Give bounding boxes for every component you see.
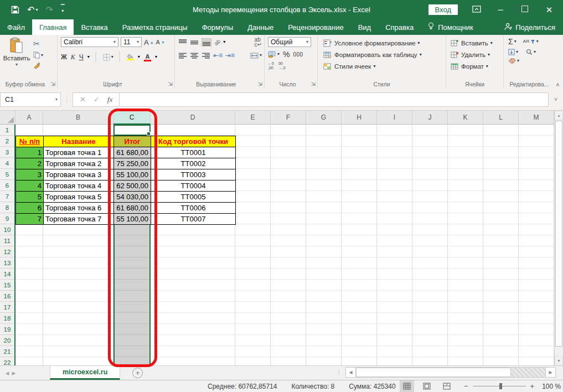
fill-down-icon[interactable]: ▾ xyxy=(508,49,518,55)
tab-рецензирование[interactable]: Рецензирование xyxy=(281,19,350,35)
orientation-caret[interactable]: ▾ xyxy=(223,40,225,44)
font-family-select[interactable]: Calibri▾ xyxy=(61,37,118,47)
number-format-select[interactable]: Общий▾ xyxy=(268,37,311,47)
format-painter-icon[interactable] xyxy=(33,62,43,69)
name-box-caret[interactable]: ▾ xyxy=(55,97,58,102)
merge-center-icon[interactable]: ▾ xyxy=(250,53,262,59)
fill-handle[interactable] xyxy=(147,132,151,136)
grid-cells-area[interactable]: № п/пНазваниеИтогКод торговой точки1Торг… xyxy=(16,125,554,365)
column-header-F[interactable]: F xyxy=(271,111,306,125)
row-header-6[interactable]: 6 xyxy=(0,180,14,191)
delete-cells-button[interactable]: Удалить▾ xyxy=(451,49,501,60)
row-header-18[interactable]: 18 xyxy=(0,313,14,324)
cell-num-row4[interactable]: 2 xyxy=(16,158,44,169)
column-header-E[interactable]: E xyxy=(235,111,271,125)
fill-color-icon[interactable] xyxy=(127,54,134,60)
cell-num-row9[interactable]: 7 xyxy=(16,214,44,225)
autosum-icon[interactable]: Σ▾ xyxy=(508,37,516,46)
table-header-code[interactable]: Код торговой точки xyxy=(151,136,236,147)
column-header-L[interactable]: L xyxy=(483,111,519,125)
cell-name-row5[interactable]: Торговая точка 3 xyxy=(44,169,114,180)
tab-главная[interactable]: Главная xyxy=(32,19,74,35)
column-header-H[interactable]: H xyxy=(342,111,377,125)
copy-icon[interactable]: ▾ xyxy=(33,51,43,59)
expand-formula-bar-icon[interactable]: ˅ xyxy=(549,93,563,106)
row-header-22[interactable]: 22 xyxy=(0,357,14,365)
sign-in-button[interactable]: Вход xyxy=(428,4,458,15)
cell-num-row7[interactable]: 5 xyxy=(16,192,44,203)
cell-total-row4[interactable]: 75 250,00 xyxy=(114,158,151,169)
cell-name-row7[interactable]: Торговая точка 5 xyxy=(44,192,114,203)
tab-данные[interactable]: Данные xyxy=(240,19,281,35)
row-header-20[interactable]: 20 xyxy=(0,335,14,346)
horizontal-scrollbar[interactable]: ◀ ▶ xyxy=(345,367,556,378)
cut-icon[interactable]: ✂ xyxy=(33,39,43,48)
cell-name-row6[interactable]: Торговая точка 4 xyxy=(44,180,114,192)
name-box[interactable]: C1 ▾ xyxy=(0,92,61,107)
column-H[interactable] xyxy=(342,125,377,365)
conditional-formatting-button[interactable]: Условное форматирование▾ xyxy=(323,37,443,49)
row-header-16[interactable]: 16 xyxy=(0,291,14,302)
cell-total-row6[interactable]: 62 500,00 xyxy=(114,180,151,192)
new-sheet-button[interactable]: + xyxy=(132,368,143,378)
paste-button[interactable]: Вставить ▾ xyxy=(3,37,30,69)
cell-num-row6[interactable]: 4 xyxy=(16,180,44,192)
row-header-12[interactable]: 12 xyxy=(0,246,14,257)
underline-menu-caret[interactable]: ▾ xyxy=(87,55,90,59)
column-header-M[interactable]: M xyxy=(519,111,554,125)
horizontal-scroll-track[interactable] xyxy=(356,367,545,378)
zoom-slider-thumb[interactable] xyxy=(499,383,502,389)
italic-button[interactable]: К xyxy=(71,53,75,61)
cell-name-row4[interactable]: Торговая точка 2 xyxy=(44,158,114,169)
tab-файл[interactable]: Файл xyxy=(0,19,32,35)
formula-bar-splitter[interactable]: ⋮ xyxy=(64,96,70,103)
column-E[interactable] xyxy=(235,125,271,365)
insert-cells-button[interactable]: Вставить▾ xyxy=(451,37,501,49)
align-middle-icon[interactable] xyxy=(190,39,199,46)
bold-button[interactable]: Ж xyxy=(61,53,67,61)
scroll-left-icon[interactable]: ◀ xyxy=(345,367,356,378)
zoom-out-icon[interactable]: − xyxy=(464,382,468,390)
zoom-in-icon[interactable]: + xyxy=(530,382,535,390)
cell-code-row4[interactable]: ТТ0002 xyxy=(151,158,236,169)
decrease-indent-icon[interactable]: ⇤≡ xyxy=(213,51,223,59)
active-cell-C1[interactable] xyxy=(113,125,151,136)
number-dialog-launcher-icon[interactable]: ⇲ xyxy=(311,81,316,87)
find-select-icon[interactable]: ▾ xyxy=(526,49,536,55)
cell-name-row8[interactable]: Торговая точка 6 xyxy=(44,203,114,214)
table-header-name[interactable]: Название xyxy=(44,136,114,147)
tab-вставка[interactable]: Вставка xyxy=(74,19,115,35)
row-header-3[interactable]: 3 xyxy=(0,147,14,158)
tab-scroll-splitter[interactable]: ⋮ xyxy=(335,367,342,378)
font-color-icon[interactable]: А xyxy=(144,53,151,61)
increase-font-icon[interactable]: A▲ xyxy=(144,38,154,47)
maximize-button[interactable] xyxy=(520,6,530,14)
close-button[interactable]: ✕ xyxy=(544,5,554,15)
column-G[interactable] xyxy=(306,125,342,365)
cell-num-row8[interactable]: 6 xyxy=(16,203,44,214)
cell-code-row6[interactable]: ТТ0004 xyxy=(151,180,236,192)
customize-qat-icon[interactable]: ▔▾ xyxy=(61,6,65,13)
vertical-scroll-thumb[interactable] xyxy=(555,121,562,347)
row-header-2[interactable]: 2 xyxy=(0,136,14,147)
borders-icon[interactable]: ▾ xyxy=(103,54,113,61)
table-header-total[interactable]: Итог xyxy=(114,136,151,147)
increase-decimal-icon[interactable]: ←0,00 xyxy=(268,61,274,70)
tab-вид[interactable]: Вид xyxy=(351,19,379,35)
tab-справка[interactable]: Справка xyxy=(378,19,421,35)
row-header-17[interactable]: 17 xyxy=(0,302,14,313)
insert-function-icon[interactable]: fx xyxy=(107,95,112,104)
cell-styles-button[interactable]: Стили ячеек▾ xyxy=(323,60,443,72)
column-I[interactable] xyxy=(377,125,412,365)
row-header-5[interactable]: 5 xyxy=(0,169,14,180)
cell-num-row5[interactable]: 3 xyxy=(16,169,44,180)
align-right-icon[interactable] xyxy=(202,52,210,59)
tab-формулы[interactable]: Формулы xyxy=(195,19,241,35)
horizontal-scroll-thumb[interactable] xyxy=(356,368,511,377)
fill-color-caret[interactable]: ▾ xyxy=(138,55,140,59)
scroll-right-icon[interactable]: ▶ xyxy=(545,367,556,378)
cell-total-row7[interactable]: 54 030,00 xyxy=(114,192,151,203)
sheet-tab[interactable]: microexcel.ru xyxy=(50,366,120,380)
cell-name-row3[interactable]: Торговая точка 1 xyxy=(44,147,114,158)
cell-total-row5[interactable]: 55 100,00 xyxy=(114,169,151,180)
